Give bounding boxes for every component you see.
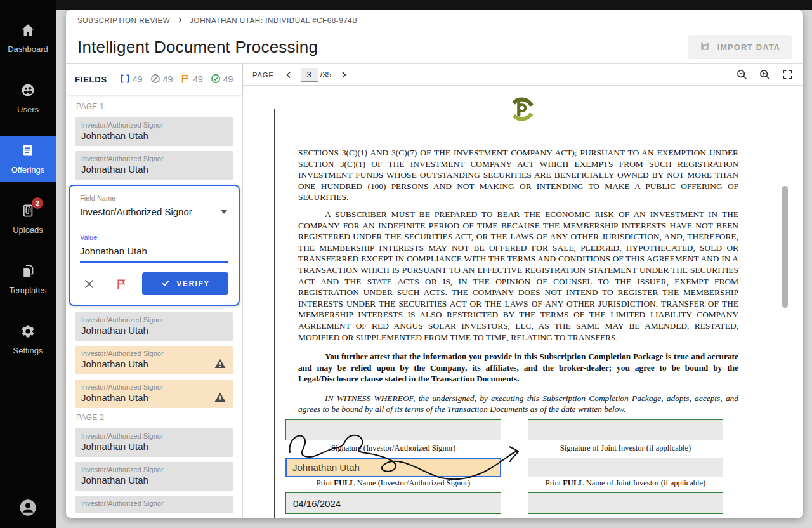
breadcrumb-item: JOHNATHAN UTAH: INDIVIDUAL #CF68-974B [190, 16, 357, 24]
sidebar-item-uploads[interactable]: 2 Uploads [0, 196, 56, 242]
field-card-warning[interactable]: Investor/Authorized Signor Johnathan Uta… [75, 380, 233, 408]
value-input[interactable]: Johnathan Utah [80, 241, 228, 263]
users-icon [20, 82, 36, 100]
check-circle-icon [210, 73, 221, 86]
flagged-count-value: 49 [193, 74, 203, 84]
pages-icon [20, 263, 36, 281]
sidebar-item-label: Settings [13, 346, 43, 355]
signature-section: Signature (Investor/Authorized Signor) J… [275, 418, 768, 514]
joint-date-field[interactable] [528, 492, 723, 514]
sidebar-item-users[interactable]: Users [0, 76, 56, 122]
print-name-field-highlighted[interactable]: Johnathan Utah [285, 458, 501, 477]
fields-list[interactable]: PAGE 1 Investor/Authorized Signor Johnat… [66, 95, 242, 518]
document-icon [20, 143, 36, 161]
sidebar-item-settings[interactable]: Settings [0, 317, 56, 363]
signature-field[interactable] [285, 419, 501, 440]
caret-down-icon [221, 210, 227, 214]
joint-signature-field[interactable] [528, 419, 723, 440]
detected-count-value: 49 [133, 74, 143, 84]
page2-group-label: PAGE 2 [76, 413, 233, 422]
previous-page-button[interactable] [282, 69, 296, 81]
page-total: /35 [320, 70, 332, 79]
sidebar-item-templates[interactable]: Templates [0, 256, 56, 303]
joint-signature-label: Signature of Joint Investor (if applicab… [528, 442, 723, 458]
warning-triangle-icon [214, 391, 226, 402]
sidebar-item-label: Templates [9, 286, 46, 295]
field-name-selected: Investor/Authorized Signor [80, 206, 192, 217]
save-icon [699, 40, 711, 54]
value-label: Value [80, 234, 228, 241]
joint-print-name-field[interactable] [528, 458, 723, 477]
breadcrumb-section[interactable]: SUBSCRIPTION REVIEW [77, 16, 170, 24]
joint-print-name-label: Print FULL Name of Joint Investor (if ap… [528, 477, 723, 492]
detected-count[interactable]: 49 [119, 73, 143, 86]
check-icon [160, 278, 171, 290]
field-name-select[interactable]: Investor/Authorized Signor [80, 202, 228, 223]
field-card[interactable]: Investor/Authorized Signor Johnathan Uta… [75, 312, 233, 341]
field-name: Investor/Authorized Signor [81, 121, 227, 129]
document-viewer: PAGE 3 /35 [243, 64, 803, 518]
field-card[interactable]: Investor/Authorized Signor Johnathan Uta… [75, 151, 233, 180]
cancel-button[interactable] [80, 275, 98, 293]
zoom-out-button[interactable] [736, 69, 748, 81]
sidebar: Dashboard Users Offerings 2 Uploads Temp… [0, 0, 56, 528]
document-paragraph-bold: You further attest that the information … [298, 351, 738, 385]
flag-icon [180, 73, 191, 86]
import-data-button[interactable]: IMPORT DATA [688, 35, 792, 59]
field-name: Investor/Authorized Signor [81, 432, 227, 440]
zoom-in-button[interactable] [759, 69, 771, 81]
field-name: Investor/Authorized Signor [81, 383, 227, 391]
document-area[interactable]: SECTIONS 3(C)(1) AND 3(C)(7) OF THE INVE… [243, 86, 803, 518]
date-value: 04/16/2024 [293, 498, 341, 509]
viewer-tools [736, 69, 794, 81]
brackets-icon [119, 73, 131, 86]
next-page-button[interactable] [337, 69, 351, 81]
investor-signature-column: Signature (Investor/Authorized Signor) J… [285, 419, 501, 514]
field-card[interactable]: Investor/Authorized Signor Johnathan Uta… [75, 428, 233, 457]
company-logo [494, 93, 549, 126]
field-name: Investor/Authorized Signor [81, 499, 227, 507]
home-icon [20, 22, 36, 40]
editor-actions: VERIFY [80, 272, 228, 295]
flag-button[interactable] [112, 275, 131, 293]
chevron-right-icon [176, 16, 183, 23]
date-field[interactable]: 04/16/2024 [285, 492, 501, 514]
import-data-label: IMPORT DATA [717, 43, 780, 52]
signature-label: Signature (Investor/Authorized Signor) [285, 442, 501, 458]
verify-button[interactable]: VERIFY [142, 272, 228, 295]
warning-triangle-icon [214, 357, 226, 369]
verified-count[interactable]: 49 [210, 73, 233, 86]
fullscreen-button[interactable] [782, 69, 794, 81]
document-paragraph: SECTIONS 3(C)(1) AND 3(C)(7) OF THE INVE… [298, 147, 738, 203]
empty-count-value: 49 [163, 74, 173, 84]
page-title: Intelligent Document Processing [77, 37, 318, 57]
field-value: Johnathan Utah [81, 359, 227, 369]
top-strip [0, 0, 812, 10]
document-scrollbar[interactable] [782, 186, 788, 308]
document-paragraph: A SUBSCRIBER MUST BE PREPARED TO BEAR TH… [298, 209, 738, 343]
field-value: Johnathan Utah [81, 325, 227, 336]
field-card[interactable]: Investor/Authorized Signor Johnathan Uta… [75, 117, 233, 146]
print-name-value: Johnathan Utah [292, 462, 360, 473]
verified-count-value: 49 [223, 74, 233, 84]
sidebar-item-label: Users [17, 105, 39, 114]
empty-count[interactable]: 49 [150, 73, 173, 86]
sidebar-item-label: Dashboard [8, 44, 48, 54]
flagged-count[interactable]: 49 [180, 73, 203, 86]
account-avatar-icon[interactable] [18, 498, 38, 520]
sidebar-item-dashboard[interactable]: Dashboard [0, 15, 56, 62]
field-name: Investor/Authorized Signor [81, 316, 227, 324]
title-row: Intelligent Document Processing IMPORT D… [66, 30, 803, 64]
sidebar-item-offerings[interactable]: Offerings [0, 136, 56, 182]
field-card[interactable]: Investor/Authorized Signor [75, 496, 233, 513]
field-value: Johnathan Utah [81, 475, 227, 485]
field-value: Johnathan Utah [81, 130, 227, 141]
field-card[interactable]: Investor/Authorized Signor Johnathan Uta… [75, 462, 233, 491]
field-card-warning[interactable]: Investor/Authorized Signor Johnathan Uta… [75, 346, 233, 374]
field-editor-card: Field Name Investor/Authorized Signor Va… [69, 185, 240, 306]
document-page: SECTIONS 3(C)(1) AND 3(C)(7) OF THE INVE… [274, 109, 768, 518]
uploads-badge: 2 [32, 197, 43, 209]
page-number-input[interactable]: 3 [301, 68, 318, 82]
slash-circle-icon [150, 73, 161, 86]
field-value: Johnathan Utah [81, 164, 227, 175]
